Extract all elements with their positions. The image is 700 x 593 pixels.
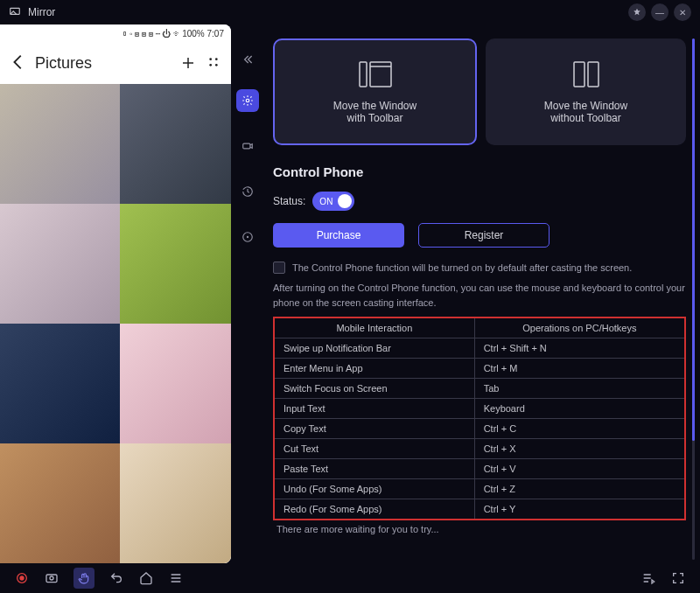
photo-thumb[interactable] bbox=[120, 443, 231, 563]
default-checkbox[interactable] bbox=[273, 262, 285, 274]
table-row: Redo (For Some Apps)Ctrl + Y bbox=[274, 499, 685, 520]
card-label: with Toolbar bbox=[347, 112, 403, 124]
touch-icon[interactable] bbox=[74, 568, 94, 589]
grid-icon[interactable] bbox=[206, 55, 222, 71]
card-label: Move the Window bbox=[333, 100, 416, 112]
add-icon[interactable] bbox=[180, 55, 196, 71]
photo-thumb[interactable] bbox=[120, 84, 231, 204]
main-area: ▯ ◦ ▣ ▣ ▣ ⋯ ⏻ ᯤ 100% 7:07 Pictures bbox=[0, 24, 700, 563]
svg-rect-16 bbox=[46, 575, 57, 583]
table-cell: Ctrl + M bbox=[474, 359, 685, 379]
photo-thumb[interactable] bbox=[0, 443, 120, 563]
battery-time: 100% 7:07 bbox=[182, 29, 224, 38]
table-row: Cut TextCtrl + X bbox=[274, 439, 685, 459]
side-toolbar bbox=[231, 24, 264, 563]
status-label: Status: bbox=[273, 195, 305, 207]
table-cell: Ctrl + Shift + N bbox=[474, 338, 685, 359]
table-cell: Ctrl + Y bbox=[474, 499, 685, 520]
window-plain-icon bbox=[565, 60, 607, 91]
table-cell: Cut Text bbox=[274, 439, 474, 459]
table-row: Undo (For Some Apps)Ctrl + Z bbox=[274, 479, 685, 499]
photo-thumb[interactable] bbox=[0, 84, 120, 204]
table-cell: Ctrl + V bbox=[474, 459, 685, 479]
svg-point-1 bbox=[209, 58, 212, 60]
table-cell: Input Text bbox=[274, 399, 474, 419]
fullscreen-icon[interactable] bbox=[670, 570, 686, 586]
back-icon[interactable] bbox=[9, 52, 30, 73]
app-icon bbox=[9, 6, 21, 18]
history-icon[interactable] bbox=[236, 180, 259, 203]
more-text: There are more waiting for you to try... bbox=[273, 524, 686, 534]
register-button[interactable]: Register bbox=[418, 223, 550, 248]
svg-point-3 bbox=[209, 64, 212, 66]
purchase-button[interactable]: Purchase bbox=[273, 223, 404, 248]
table-row: Paste TextCtrl + V bbox=[274, 459, 685, 479]
svg-rect-12 bbox=[574, 62, 584, 87]
app-title: Mirror bbox=[28, 6, 55, 18]
photo-thumb[interactable] bbox=[0, 324, 120, 443]
collapse-icon[interactable] bbox=[241, 52, 255, 66]
svg-point-4 bbox=[215, 64, 218, 66]
toggle-on-label: ON bbox=[319, 197, 332, 206]
photo-thumb[interactable] bbox=[120, 204, 231, 324]
button-row: Purchase Register bbox=[273, 223, 686, 248]
phone-page-header: Pictures bbox=[0, 42, 231, 84]
pin-button[interactable] bbox=[628, 3, 646, 21]
table-cell: Ctrl + X bbox=[474, 439, 685, 459]
card-label: without Toolbar bbox=[550, 112, 621, 124]
window-toolbar-icon bbox=[354, 60, 396, 91]
table-row: Copy TextCtrl + C bbox=[274, 419, 685, 439]
table-cell: Redo (For Some Apps) bbox=[274, 499, 474, 520]
screenshot-icon[interactable] bbox=[44, 570, 60, 586]
minimize-button[interactable]: — bbox=[651, 3, 668, 21]
status-icons: ▯ ◦ ▣ ▣ ▣ ⋯ ⏻ ᯤ bbox=[122, 29, 182, 38]
svg-point-8 bbox=[247, 236, 248, 237]
close-button[interactable]: ✕ bbox=[674, 3, 691, 21]
table-cell: Paste Text bbox=[274, 459, 474, 479]
more-icon[interactable] bbox=[236, 226, 259, 248]
photo-thumb[interactable] bbox=[0, 204, 120, 324]
checkbox-label: The Control Phone function will be turne… bbox=[292, 262, 632, 273]
settings-icon[interactable] bbox=[236, 89, 259, 112]
playlist-icon[interactable] bbox=[640, 570, 656, 586]
default-checkbox-row: The Control Phone function will be turne… bbox=[273, 262, 686, 274]
card-label: Move the Window bbox=[544, 100, 627, 112]
window-card-with-toolbar[interactable]: Move the Window with Toolbar bbox=[273, 38, 477, 145]
table-cell: Keyboard bbox=[474, 399, 685, 419]
table-cell: Ctrl + C bbox=[474, 419, 685, 439]
status-toggle[interactable]: ON bbox=[312, 192, 354, 211]
scrollbar[interactable] bbox=[692, 38, 695, 560]
photo-gallery bbox=[0, 84, 231, 563]
svg-rect-6 bbox=[243, 143, 250, 149]
table-cell: Copy Text bbox=[274, 419, 474, 439]
phone-mirror-panel: ▯ ◦ ▣ ▣ ▣ ⋯ ⏻ ᯤ 100% 7:07 Pictures bbox=[0, 24, 231, 563]
titlebar: Mirror — ✕ bbox=[0, 0, 700, 24]
window-card-without-toolbar[interactable]: Move the Window without Toolbar bbox=[486, 38, 686, 145]
svg-point-15 bbox=[19, 576, 24, 580]
settings-panel: Move the Window with Toolbar Move the Wi… bbox=[264, 24, 700, 563]
bottom-toolbar bbox=[0, 563, 700, 593]
phone-status-bar: ▯ ◦ ▣ ▣ ▣ ⋯ ⏻ ᯤ 100% 7:07 bbox=[0, 24, 231, 42]
undo-icon[interactable] bbox=[108, 570, 124, 586]
svg-rect-9 bbox=[360, 62, 367, 87]
table-cell: Switch Focus on Screen bbox=[274, 379, 474, 399]
svg-rect-13 bbox=[588, 62, 598, 87]
camera-icon[interactable] bbox=[236, 135, 259, 157]
record-icon[interactable] bbox=[14, 570, 30, 586]
svg-point-17 bbox=[50, 576, 53, 580]
window-mode-cards: Move the Window with Toolbar Move the Wi… bbox=[273, 38, 686, 145]
menu-icon[interactable] bbox=[168, 570, 184, 586]
table-cell: Undo (For Some Apps) bbox=[274, 479, 474, 499]
svg-point-5 bbox=[246, 99, 249, 102]
section-title: Control Phone bbox=[273, 164, 686, 179]
table-row: Switch Focus on ScreenTab bbox=[274, 379, 685, 399]
page-title: Pictures bbox=[35, 54, 92, 73]
photo-thumb[interactable] bbox=[120, 324, 231, 443]
table-cell: Enter Menu in App bbox=[274, 359, 474, 379]
svg-point-2 bbox=[215, 58, 218, 60]
home-icon[interactable] bbox=[138, 570, 154, 586]
svg-rect-10 bbox=[370, 62, 391, 87]
table-row: Swipe up Notification BarCtrl + Shift + … bbox=[274, 338, 685, 359]
status-row: Status: ON bbox=[273, 192, 686, 211]
toggle-knob bbox=[338, 194, 352, 208]
